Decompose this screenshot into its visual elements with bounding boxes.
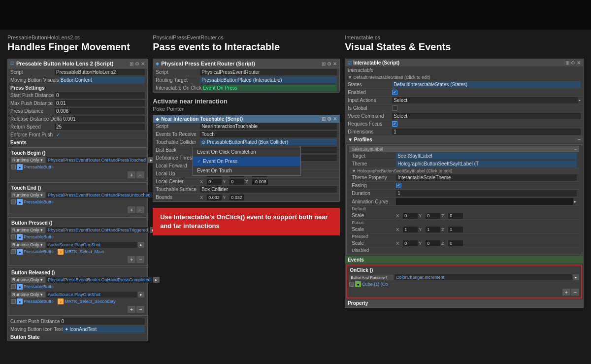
ni-icon-3[interactable]: ✕ <box>333 116 337 122</box>
requires-focus-row: Requires Focus ✓ <box>345 120 583 128</box>
left-column: PressableButtonHoloLens2.cs Handles Fing… <box>7 34 148 359</box>
touch-begin-dropdown[interactable]: Runtime Only ▾ <box>11 157 45 163</box>
onclick-obj-row: ■ Cube (1) (Co <box>348 281 580 288</box>
easing-row: Easing ✓ <box>349 182 579 190</box>
int-icon-1[interactable]: ⊞ <box>565 60 569 66</box>
btn-pressed-icon1: ● <box>17 234 23 240</box>
pressed-scale-row: Scale X0 Y0 Z0 <box>349 239 579 247</box>
btn-released-obj-row1: ● PressableButt○ <box>10 283 145 290</box>
ni-cy-label: Y <box>223 179 229 184</box>
duration-row: Duration 1 <box>349 190 579 198</box>
panel-icon-1[interactable]: ⊞ <box>130 61 133 66</box>
btn-pressed-controls: + − <box>10 255 145 264</box>
ni-title: Near Interaction Touchable (Script) <box>161 116 243 122</box>
theme-property-row: Theme Property InteractableScaleTheme <box>349 174 579 182</box>
script-label: Script <box>10 69 55 75</box>
btn-released-remove[interactable]: − <box>136 306 144 313</box>
btn-released-controls: + − <box>10 305 145 314</box>
btn-pressed-obj1: PressableButt○ <box>24 234 54 239</box>
btn-released-cb2[interactable] <box>11 299 16 304</box>
target-row: Target SeeItSayItLabel <box>349 152 579 160</box>
btn-released-obj-row2: ● PressableButt○ ♪ MRTK_Select_Secondary <box>10 298 145 305</box>
profiles-minus[interactable]: − <box>578 137 581 142</box>
btn-pressed-dropdown1[interactable]: Runtime Only ▾ <box>11 227 45 233</box>
btn-pressed-obj3: MRTK_Select_Main <box>65 249 104 254</box>
touch-begin-add[interactable]: + <box>128 171 135 178</box>
input-actions-value: Select <box>392 97 578 103</box>
press-settings-header: Press Settings <box>8 84 147 92</box>
field-value-3: 0.001 <box>62 116 145 122</box>
focus-label: Focus <box>352 220 364 225</box>
click-edit-label[interactable]: ▼ HolographicButtonSeeItSayItLabel (Clic… <box>349 168 579 174</box>
panel-icon-2[interactable]: ⚙ <box>135 61 139 66</box>
onclick-dropdown1[interactable]: Editor And Runtime ! <box>349 275 394 280</box>
btn-pressed-cb2[interactable] <box>11 249 16 254</box>
ni-script-value: NearInteractionTouchable <box>200 123 337 130</box>
btn-released-cb1[interactable] <box>11 284 16 289</box>
anim-curve-preview[interactable] <box>396 198 573 205</box>
int-icon-3[interactable]: ✕ <box>577 60 581 66</box>
ni-icon-2[interactable]: ⚙ <box>327 116 331 122</box>
btn-released-btn2[interactable]: ▸ <box>138 292 144 298</box>
btn-released-obj2: PressableButt○ <box>24 299 54 304</box>
dropdown-item-click-completion[interactable]: Event On Click Completion <box>193 147 300 157</box>
btn-released-dropdown2[interactable]: Runtime Only ▾ <box>11 292 45 298</box>
btn-released-add[interactable]: + <box>128 306 135 313</box>
btn-pressed-dropdown2[interactable]: Runtime Only ▾ <box>11 242 45 248</box>
ni-icons: ⊞ ⚙ ✕ <box>322 116 337 122</box>
ni-icon-1[interactable]: ⊞ <box>322 116 326 122</box>
ni-script-label: Script <box>156 124 200 129</box>
event-dropdown-menu[interactable]: Event On Click Completion ✓ Event On Pre… <box>193 147 301 176</box>
onclick-add[interactable]: + <box>562 289 570 296</box>
btn-pressed-add[interactable]: + <box>128 256 135 263</box>
btn-pressed-cb1[interactable] <box>11 234 16 239</box>
touch-begin-checkbox[interactable] <box>11 165 16 169</box>
touch-begin-remove[interactable]: − <box>136 171 144 178</box>
mid-title: Pass events to Interactable <box>153 41 340 53</box>
touch-begin-method: PhysicalPressEventRouter.OnHandPressTouc… <box>46 157 147 163</box>
fs-y-label: Y <box>419 227 425 232</box>
fs-x: 1 <box>403 227 418 232</box>
interactable-checkbox[interactable]: ☑ <box>348 61 352 66</box>
pp-icon-3[interactable]: ✕ <box>333 61 337 66</box>
pp-icon-2[interactable]: ⚙ <box>327 61 331 66</box>
pp-icon-1[interactable]: ⊞ <box>322 61 326 66</box>
field-row-0: Start Push Distance 0 <box>8 92 147 99</box>
onclick-cb[interactable] <box>349 282 354 287</box>
default-states-section[interactable]: ▼ DefaultInteractableStates (Click to ed… <box>345 74 583 81</box>
requires-focus-label: Requires Focus <box>348 121 392 127</box>
profile-minus[interactable]: − <box>574 147 577 152</box>
profiles-section-header[interactable]: ▼ Profiles − <box>345 136 583 143</box>
profile-name-bar: SeeItSayItLabel − <box>349 146 579 152</box>
btn-released-dropdown1[interactable]: Runtime Only ▾ <box>11 277 45 283</box>
fs-z: 1 <box>448 227 463 232</box>
enabled-checkbox[interactable]: ✓ <box>392 90 397 95</box>
anim-curve-expand[interactable]: ▸ <box>574 199 577 204</box>
requires-focus-checkbox[interactable]: ✓ <box>392 121 397 127</box>
field-value-2: 0.006 <box>55 108 145 114</box>
is-global-row: Is Global <box>345 104 583 112</box>
voice-command-value: Select <box>392 113 581 119</box>
duration-label: Duration <box>352 191 396 196</box>
onclick-btn1[interactable]: ▸ <box>573 274 579 280</box>
default-scale-xyz: X0 Y0 Z0 <box>396 213 463 219</box>
touch-end-remove[interactable]: − <box>136 206 144 213</box>
touch-end-checkbox[interactable] <box>11 199 16 204</box>
int-icon-2[interactable]: ⚙ <box>571 60 575 66</box>
touch-end-add[interactable]: + <box>128 206 135 213</box>
onclick-method1: ColorChanger.Increment <box>394 274 572 280</box>
touch-end-dropdown[interactable]: Runtime Only ▾ <box>11 192 45 198</box>
onclick-remove[interactable]: − <box>571 289 579 296</box>
btn-pressed-btn2[interactable]: ▸ <box>138 242 144 248</box>
btn-pressed-remove[interactable]: − <box>136 256 144 263</box>
dropdown-item-press[interactable]: ✓ Event On Press <box>193 157 300 166</box>
field-label-5: Enforce Front Push <box>10 132 55 137</box>
target-value: SeeItSayItLabel <box>396 153 577 159</box>
easing-checkbox[interactable]: ✓ <box>396 183 401 188</box>
pp-routing-label: Routing Target <box>156 77 200 83</box>
is-global-checkbox[interactable] <box>392 105 397 111</box>
is-global-label: Is Global <box>348 105 392 111</box>
panel-icon-3[interactable]: ✕ <box>141 61 145 66</box>
dropdown-item-touch[interactable]: Event On Touch <box>193 166 300 175</box>
pp-interactable-value[interactable]: Event On Press <box>201 85 337 91</box>
